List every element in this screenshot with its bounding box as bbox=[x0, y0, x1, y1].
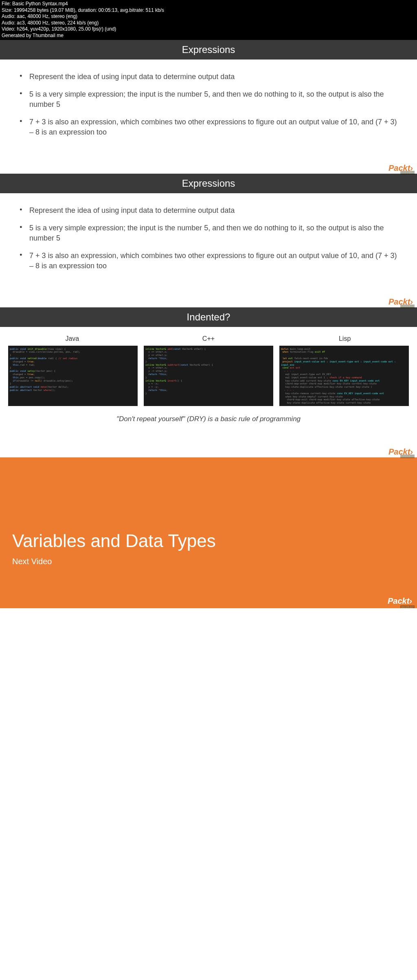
meta-audio1: Audio: aac, 48000 Hz, stereo (eng) bbox=[2, 13, 415, 20]
video-metadata: File: Basic Python Syntax.mp4 Size: 1999… bbox=[0, 0, 417, 40]
cpp-code: inline Vector& add(const Vector& other) … bbox=[144, 346, 273, 406]
bullet-item: 5 is a very simple expression; the input… bbox=[16, 89, 401, 110]
packt-logo: Packt bbox=[388, 596, 412, 606]
meta-audio2: Audio: ac3, 48000 Hz, stereo, 224 kb/s (… bbox=[2, 20, 415, 26]
slide-title: Indented? bbox=[0, 307, 417, 327]
timestamp: 00:01:15 bbox=[400, 171, 415, 174]
dry-quote: "Don't repeat yourself" (DRY) is a basic… bbox=[4, 415, 413, 423]
meta-video: Video: h264, yuv420p, 1920x1080, 25.00 f… bbox=[2, 26, 415, 33]
bullet-item: 7 + 3 is also an expression, which combi… bbox=[16, 251, 401, 271]
next-video-label: Next Video bbox=[12, 557, 405, 566]
slide-indented: Indented? Java C++ Lisp public void init… bbox=[0, 307, 417, 457]
timestamp: 00:03:31 bbox=[400, 455, 415, 458]
next-video-title: Variables and Data Types bbox=[12, 531, 405, 551]
meta-generator: Generated by Thumbnail me bbox=[2, 33, 415, 39]
meta-size: Size: 19994258 bytes (19.07 MiB), durati… bbox=[2, 7, 415, 14]
slide-next-video: Variables and Data Types Next Video Pack… bbox=[0, 457, 417, 608]
lang-cpp: C++ bbox=[141, 335, 276, 342]
java-code: public void init_drawable(View view) { d… bbox=[8, 346, 138, 406]
timestamp: 00:02:05 bbox=[400, 305, 415, 308]
timestamp: 00:05:07 bbox=[400, 605, 415, 608]
bullet-item: Represent the idea of using input data t… bbox=[16, 72, 401, 82]
bullet-item: 5 is a very simple expression; the input… bbox=[16, 223, 401, 243]
slide-expressions-2: Expressions Represent the idea of using … bbox=[0, 174, 417, 307]
slide-title: Expressions bbox=[0, 40, 417, 60]
language-labels: Java C++ Lisp bbox=[4, 335, 413, 342]
meta-file: File: Basic Python Syntax.mp4 bbox=[2, 1, 415, 7]
bullet-list: Represent the idea of using input data t… bbox=[16, 72, 401, 138]
lang-java: Java bbox=[5, 335, 140, 342]
slide-title: Expressions bbox=[0, 174, 417, 193]
bullet-item: 7 + 3 is also an expression, which combi… bbox=[16, 117, 401, 137]
lang-lisp: Lisp bbox=[277, 335, 412, 342]
lisp-code: defun main-loop-exit when termination-fl… bbox=[279, 346, 409, 406]
bullet-item: Represent the idea of using input data t… bbox=[16, 205, 401, 216]
bullet-list: Represent the idea of using input data t… bbox=[16, 205, 401, 271]
slide-expressions-1: Expressions Represent the idea of using … bbox=[0, 40, 417, 174]
code-samples: public void init_drawable(View view) { d… bbox=[4, 346, 413, 406]
